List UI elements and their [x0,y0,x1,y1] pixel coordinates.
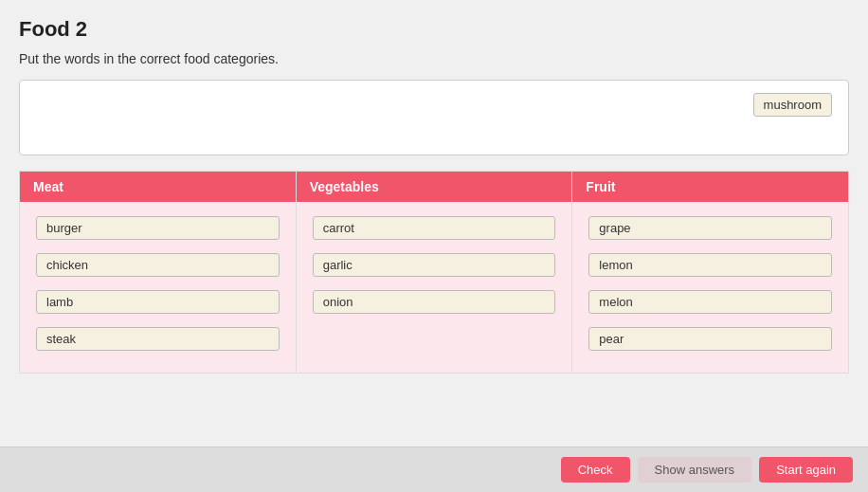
category-col-fruit: Fruitgrapelemonmelonpear [572,172,848,373]
show-answers-button[interactable]: Show answers [638,457,752,483]
footer-bar: Check Show answers Start again [0,446,868,492]
category-header-meat: Meat [20,172,296,202]
word-token-melon[interactable]: melon [588,290,832,314]
word-token-grape[interactable]: grape [588,216,832,240]
category-col-vegetables: Vegetablescarrotgarliconion [297,172,573,373]
categories-row: MeatburgerchickenlambsteakVegetablescarr… [19,171,849,374]
word-token-mushroom[interactable]: mushroom [753,93,832,117]
start-again-button[interactable]: Start again [759,457,853,483]
category-header-vegetables: Vegetables [297,172,572,202]
word-token-pear[interactable]: pear [588,327,832,351]
category-col-meat: Meatburgerchickenlambsteak [20,172,297,373]
page-wrapper: Food 2 Put the words in the correct food… [0,0,868,492]
word-token-carrot[interactable]: carrot [313,216,556,240]
word-token-chicken[interactable]: chicken [36,253,280,277]
category-body-meat: burgerchickenlambsteak [20,202,296,373]
category-header-fruit: Fruit [572,172,848,202]
instructions: Put the words in the correct food catego… [19,51,849,66]
word-token-garlic[interactable]: garlic [313,253,556,277]
category-body-fruit: grapelemonmelonpear [572,202,848,373]
word-token-lemon[interactable]: lemon [588,253,832,277]
check-button[interactable]: Check [561,457,630,483]
word-token-onion[interactable]: onion [313,290,556,314]
word-token-steak[interactable]: steak [36,327,280,351]
page-title: Food 2 [19,17,849,42]
category-body-vegetables: carrotgarliconion [297,202,572,373]
word-token-lamb[interactable]: lamb [36,290,280,314]
word-bank: mushroom [19,80,849,155]
word-token-burger[interactable]: burger [36,216,280,240]
